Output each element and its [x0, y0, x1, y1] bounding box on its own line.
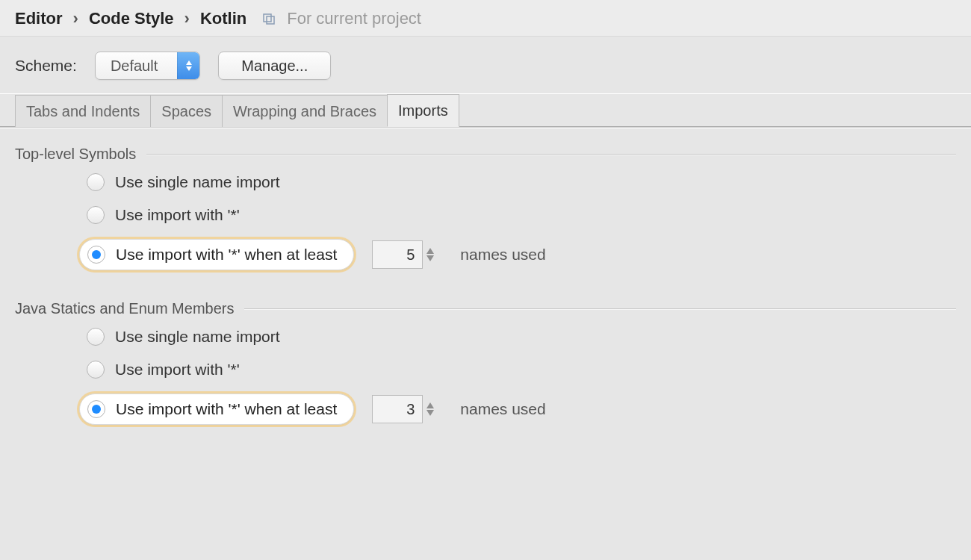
top-level-radio-group: Use single name import Use import with '…: [15, 173, 956, 270]
radio-icon: [87, 361, 105, 379]
scheme-label: Scheme:: [15, 57, 77, 75]
settings-breadcrumb-bar: Editor › Code Style › Kotlin For current…: [0, 0, 971, 37]
scheme-dropdown-value: Default: [96, 52, 177, 79]
scheme-dropdown[interactable]: Default: [95, 52, 200, 80]
radio-label: Use single name import: [115, 173, 280, 191]
names-used-label: names used: [460, 400, 545, 418]
project-scope-label: For current project: [287, 9, 421, 28]
breadcrumb-sep: ›: [182, 9, 193, 28]
section-divider: [146, 154, 956, 155]
radio-icon: [87, 328, 105, 346]
radio-java-star-at-least[interactable]: Use import with '*' when at least: [79, 393, 354, 425]
svg-marker-5: [426, 255, 434, 261]
tab-imports[interactable]: Imports: [387, 94, 459, 127]
radio-top-star-at-least-row: Use import with '*' when at least names …: [87, 239, 956, 270]
java-count-spinner: [372, 395, 439, 423]
dropdown-arrows-icon: [177, 52, 199, 79]
section-top-level-symbols: Top-level Symbols: [15, 146, 956, 163]
project-scope-icon: [263, 13, 275, 25]
imports-panel: Top-level Symbols Use single name import…: [0, 127, 971, 468]
spinner-arrows-icon[interactable]: [426, 395, 439, 423]
spinner-arrows-icon[interactable]: [426, 240, 439, 269]
breadcrumb-code-style[interactable]: Code Style: [89, 9, 174, 28]
svg-marker-2: [186, 60, 192, 65]
radio-label: Use import with '*': [115, 361, 240, 379]
svg-rect-0: [264, 14, 271, 22]
top-count-spinner: [372, 240, 439, 269]
tab-tabs-and-indents[interactable]: Tabs and Indents: [15, 95, 151, 127]
svg-marker-7: [426, 410, 434, 416]
section-divider: [244, 308, 956, 309]
radio-label: Use single name import: [115, 328, 280, 346]
scheme-row: Scheme: Default Manage...: [0, 37, 971, 93]
svg-marker-6: [426, 402, 434, 408]
section-java-statics: Java Statics and Enum Members: [15, 300, 956, 317]
radio-label: Use import with '*' when at least: [116, 246, 337, 264]
radio-icon: [87, 173, 105, 191]
breadcrumb-editor[interactable]: Editor: [15, 9, 63, 28]
radio-java-star-at-least-row: Use import with '*' when at least names …: [87, 393, 956, 425]
radio-top-single-name[interactable]: Use single name import: [87, 173, 956, 191]
radio-label: Use import with '*' when at least: [116, 400, 337, 418]
codestyle-tabs: Tabs and Indents Spaces Wrapping and Bra…: [0, 93, 971, 127]
manage-button[interactable]: Manage...: [218, 52, 331, 80]
manage-button-label: Manage...: [241, 57, 308, 75]
radio-java-single-name[interactable]: Use single name import: [87, 328, 956, 346]
radio-icon: [87, 206, 105, 224]
java-statics-radio-group: Use single name import Use import with '…: [15, 328, 956, 425]
radio-top-star[interactable]: Use import with '*': [87, 206, 956, 224]
section-top-level-symbols-label: Top-level Symbols: [15, 146, 136, 163]
svg-marker-3: [186, 66, 192, 71]
top-count-input[interactable]: [372, 240, 423, 269]
radio-icon: [87, 400, 105, 418]
radio-icon: [87, 246, 105, 264]
tab-spaces[interactable]: Spaces: [150, 95, 223, 127]
radio-label: Use import with '*': [115, 206, 240, 224]
tab-wrapping-and-braces[interactable]: Wrapping and Braces: [222, 95, 388, 127]
breadcrumb-sep: ›: [70, 9, 81, 28]
svg-marker-4: [426, 248, 434, 254]
radio-java-star[interactable]: Use import with '*': [87, 361, 956, 379]
svg-rect-1: [267, 16, 274, 24]
radio-top-star-at-least[interactable]: Use import with '*' when at least: [79, 239, 354, 270]
names-used-label: names used: [460, 246, 545, 264]
section-java-statics-label: Java Statics and Enum Members: [15, 300, 234, 317]
breadcrumb-kotlin[interactable]: Kotlin: [200, 9, 246, 28]
java-count-input[interactable]: [372, 395, 423, 423]
